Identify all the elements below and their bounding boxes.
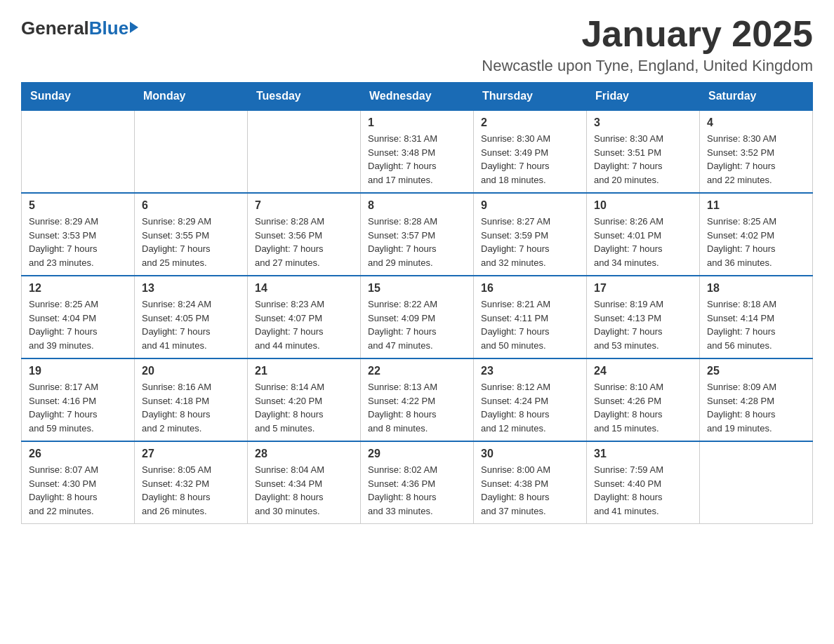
calendar-header-friday: Friday: [587, 83, 700, 111]
location-subtitle: Newcastle upon Tyne, England, United Kin…: [482, 57, 813, 75]
day-number: 22: [368, 365, 466, 377]
calendar-cell: 30Sunrise: 8:00 AMSunset: 4:38 PMDayligh…: [474, 441, 587, 524]
calendar-header-tuesday: Tuesday: [248, 83, 361, 111]
calendar-cell: 25Sunrise: 8:09 AMSunset: 4:28 PMDayligh…: [700, 358, 813, 441]
day-info: Sunrise: 8:12 AMSunset: 4:24 PMDaylight:…: [481, 380, 579, 435]
calendar-cell: [248, 110, 361, 193]
calendar-cell: 6Sunrise: 8:29 AMSunset: 3:55 PMDaylight…: [135, 193, 248, 276]
day-number: 1: [368, 116, 466, 129]
day-number: 27: [142, 448, 240, 460]
day-number: 26: [29, 448, 127, 460]
calendar-cell: 13Sunrise: 8:24 AMSunset: 4:05 PMDayligh…: [135, 276, 248, 358]
calendar-cell: 5Sunrise: 8:29 AMSunset: 3:53 PMDaylight…: [22, 193, 135, 276]
day-number: 7: [255, 199, 353, 212]
calendar-cell: 31Sunrise: 7:59 AMSunset: 4:40 PMDayligh…: [587, 441, 700, 524]
calendar-cell: 19Sunrise: 8:17 AMSunset: 4:16 PMDayligh…: [22, 358, 135, 441]
day-info: Sunrise: 7:59 AMSunset: 4:40 PMDaylight:…: [594, 463, 692, 518]
day-info: Sunrise: 8:02 AMSunset: 4:36 PMDaylight:…: [368, 463, 466, 518]
day-info: Sunrise: 8:05 AMSunset: 4:32 PMDaylight:…: [142, 463, 240, 518]
calendar-cell: 29Sunrise: 8:02 AMSunset: 4:36 PMDayligh…: [361, 441, 474, 524]
calendar-header-thursday: Thursday: [474, 83, 587, 111]
calendar-header-sunday: Sunday: [22, 83, 135, 111]
day-info: Sunrise: 8:18 AMSunset: 4:14 PMDaylight:…: [707, 297, 805, 352]
day-number: 30: [481, 448, 579, 460]
calendar-cell: 24Sunrise: 8:10 AMSunset: 4:26 PMDayligh…: [587, 358, 700, 441]
day-info: Sunrise: 8:13 AMSunset: 4:22 PMDaylight:…: [368, 380, 466, 435]
day-number: 11: [707, 199, 805, 212]
calendar-cell: 14Sunrise: 8:23 AMSunset: 4:07 PMDayligh…: [248, 276, 361, 358]
day-number: 15: [368, 282, 466, 295]
calendar-cell: 4Sunrise: 8:30 AMSunset: 3:52 PMDaylight…: [700, 110, 813, 193]
day-info: Sunrise: 8:28 AMSunset: 3:57 PMDaylight:…: [368, 215, 466, 269]
calendar-cell: 17Sunrise: 8:19 AMSunset: 4:13 PMDayligh…: [587, 276, 700, 358]
day-info: Sunrise: 8:00 AMSunset: 4:38 PMDaylight:…: [481, 463, 579, 518]
day-number: 9: [481, 199, 579, 212]
logo-arrow-icon: [130, 22, 138, 33]
calendar-cell: [700, 441, 813, 524]
day-number: 2: [481, 116, 579, 129]
calendar-cell: 21Sunrise: 8:14 AMSunset: 4:20 PMDayligh…: [248, 358, 361, 441]
calendar-cell: 9Sunrise: 8:27 AMSunset: 3:59 PMDaylight…: [474, 193, 587, 276]
day-info: Sunrise: 8:04 AMSunset: 4:34 PMDaylight:…: [255, 463, 353, 518]
day-info: Sunrise: 8:24 AMSunset: 4:05 PMDaylight:…: [142, 297, 240, 352]
day-info: Sunrise: 8:25 AMSunset: 4:02 PMDaylight:…: [707, 215, 805, 269]
day-number: 14: [255, 282, 353, 295]
day-info: Sunrise: 8:29 AMSunset: 3:53 PMDaylight:…: [29, 215, 127, 269]
calendar-cell: 7Sunrise: 8:28 AMSunset: 3:56 PMDaylight…: [248, 193, 361, 276]
day-number: 25: [707, 365, 805, 377]
day-info: Sunrise: 8:10 AMSunset: 4:26 PMDaylight:…: [594, 380, 692, 435]
calendar-cell: [135, 110, 248, 193]
calendar-cell: 12Sunrise: 8:25 AMSunset: 4:04 PMDayligh…: [22, 276, 135, 358]
calendar-cell: 27Sunrise: 8:05 AMSunset: 4:32 PMDayligh…: [135, 441, 248, 524]
logo-blue-text: Blue: [89, 18, 128, 39]
day-info: Sunrise: 8:29 AMSunset: 3:55 PMDaylight:…: [142, 215, 240, 269]
calendar-cell: 3Sunrise: 8:30 AMSunset: 3:51 PMDaylight…: [587, 110, 700, 193]
day-number: 3: [594, 116, 692, 129]
calendar-cell: 18Sunrise: 8:18 AMSunset: 4:14 PMDayligh…: [700, 276, 813, 358]
day-number: 16: [481, 282, 579, 295]
calendar-cell: 20Sunrise: 8:16 AMSunset: 4:18 PMDayligh…: [135, 358, 248, 441]
day-info: Sunrise: 8:16 AMSunset: 4:18 PMDaylight:…: [142, 380, 240, 435]
day-info: Sunrise: 8:23 AMSunset: 4:07 PMDaylight:…: [255, 297, 353, 352]
calendar-cell: 8Sunrise: 8:28 AMSunset: 3:57 PMDaylight…: [361, 193, 474, 276]
calendar-cell: 22Sunrise: 8:13 AMSunset: 4:22 PMDayligh…: [361, 358, 474, 441]
calendar-cell: 16Sunrise: 8:21 AMSunset: 4:11 PMDayligh…: [474, 276, 587, 358]
calendar-cell: 10Sunrise: 8:26 AMSunset: 4:01 PMDayligh…: [587, 193, 700, 276]
day-number: 6: [142, 199, 240, 212]
day-info: Sunrise: 8:28 AMSunset: 3:56 PMDaylight:…: [255, 215, 353, 269]
day-info: Sunrise: 8:14 AMSunset: 4:20 PMDaylight:…: [255, 380, 353, 435]
day-number: 28: [255, 448, 353, 460]
day-info: Sunrise: 8:26 AMSunset: 4:01 PMDaylight:…: [594, 215, 692, 269]
calendar-header-monday: Monday: [135, 83, 248, 111]
page-header: General Blue January 2025 Newcastle upon…: [21, 14, 813, 75]
calendar-week-row: 5Sunrise: 8:29 AMSunset: 3:53 PMDaylight…: [22, 193, 813, 276]
calendar-cell: 15Sunrise: 8:22 AMSunset: 4:09 PMDayligh…: [361, 276, 474, 358]
day-info: Sunrise: 8:30 AMSunset: 3:52 PMDaylight:…: [707, 132, 805, 187]
day-number: 29: [368, 448, 466, 460]
calendar-week-row: 19Sunrise: 8:17 AMSunset: 4:16 PMDayligh…: [22, 358, 813, 441]
title-section: January 2025 Newcastle upon Tyne, Englan…: [482, 14, 813, 75]
day-number: 13: [142, 282, 240, 295]
calendar-cell: 26Sunrise: 8:07 AMSunset: 4:30 PMDayligh…: [22, 441, 135, 524]
day-number: 31: [594, 448, 692, 460]
day-number: 21: [255, 365, 353, 377]
calendar-table: SundayMondayTuesdayWednesdayThursdayFrid…: [21, 82, 813, 524]
day-number: 10: [594, 199, 692, 212]
day-number: 4: [707, 116, 805, 129]
logo: General Blue: [21, 18, 138, 39]
day-number: 24: [594, 365, 692, 377]
day-info: Sunrise: 8:30 AMSunset: 3:51 PMDaylight:…: [594, 132, 692, 187]
day-number: 12: [29, 282, 127, 295]
calendar-cell: [22, 110, 135, 193]
day-number: 8: [368, 199, 466, 212]
day-number: 17: [594, 282, 692, 295]
day-info: Sunrise: 8:21 AMSunset: 4:11 PMDaylight:…: [481, 297, 579, 352]
calendar-week-row: 26Sunrise: 8:07 AMSunset: 4:30 PMDayligh…: [22, 441, 813, 524]
calendar-cell: 23Sunrise: 8:12 AMSunset: 4:24 PMDayligh…: [474, 358, 587, 441]
calendar-header-wednesday: Wednesday: [361, 83, 474, 111]
month-title: January 2025: [482, 14, 813, 54]
calendar-header-saturday: Saturday: [700, 83, 813, 111]
calendar-cell: 2Sunrise: 8:30 AMSunset: 3:49 PMDaylight…: [474, 110, 587, 193]
day-number: 5: [29, 199, 127, 212]
calendar-header-row: SundayMondayTuesdayWednesdayThursdayFrid…: [22, 83, 813, 111]
